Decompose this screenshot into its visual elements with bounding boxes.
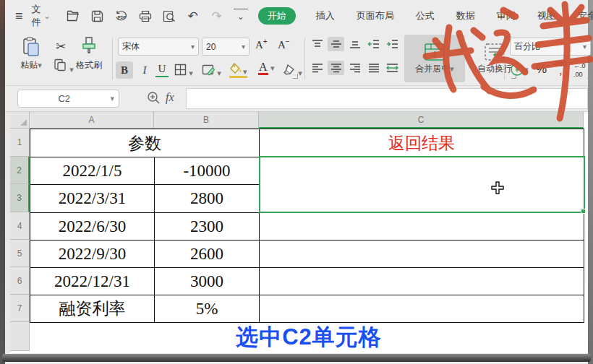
copy-button[interactable]: ▾ [53, 58, 74, 74]
print-preview-icon[interactable] [162, 9, 176, 23]
col-header-b[interactable]: B [154, 112, 259, 129]
justify-button[interactable] [365, 61, 382, 75]
tab-insert[interactable]: 插入 [315, 7, 336, 25]
cell-a2[interactable]: 2022/1/5 [30, 157, 155, 185]
formula-input[interactable] [186, 88, 588, 109]
row-header-6[interactable]: 6 [10, 267, 30, 295]
name-box[interactable]: C2 ▾ [17, 90, 119, 108]
font-name-select[interactable]: 宋体 ▾ [118, 38, 199, 56]
number-format-value: 百分比 [514, 40, 540, 53]
increase-font-button[interactable]: A+ [255, 38, 268, 51]
format-painter-button[interactable]: 格式刷 [72, 36, 106, 72]
select-all-corner[interactable] [10, 112, 30, 129]
paste-button[interactable]: 粘贴▾ [14, 36, 48, 72]
align-middle-button[interactable] [328, 37, 344, 51]
format-painter-label: 格式刷 [76, 59, 102, 72]
row-header-2[interactable]: 2 [10, 157, 30, 184]
fill-handle[interactable] [581, 209, 586, 214]
customize-toolbar-icon[interactable]: ⌄ [234, 9, 248, 23]
align-bottom-button[interactable] [346, 37, 363, 51]
dropdown-icon: ▾ [191, 43, 195, 51]
currency-format-button[interactable]: ¥ ▾ [510, 62, 529, 77]
hamburger-icon[interactable]: ≡ [15, 9, 23, 24]
row-header-7[interactable]: 7 [10, 295, 30, 322]
underline-button[interactable]: U [155, 61, 168, 77]
tab-security[interactable]: 安全 [576, 7, 593, 25]
cell-a5[interactable]: 2022/9/30 [30, 240, 155, 268]
align-top-button[interactable] [309, 37, 325, 51]
distribute-button[interactable] [384, 61, 401, 75]
thousands-format-button[interactable]: 000 , [555, 61, 567, 75]
cell-a6[interactable]: 2022/12/31 [30, 267, 155, 295]
percent-format-button[interactable]: % [536, 62, 547, 77]
fill-color-button[interactable]: ▾ [229, 62, 247, 78]
caption-text: 选中C2单元格 [106, 322, 511, 352]
cell-c5[interactable] [259, 240, 584, 268]
cell-c1[interactable]: 返回结果 [259, 129, 584, 157]
tab-page-layout[interactable]: 页面布局 [355, 7, 396, 25]
cell-c6[interactable] [259, 267, 584, 295]
tab-data[interactable]: 数据 [455, 7, 477, 25]
cell-a4[interactable]: 2022/6/30 [30, 212, 155, 240]
cell-c4[interactable] [259, 212, 584, 240]
file-menu[interactable]: 文件 ⌄ [27, 0, 55, 32]
dropdown-icon: ▾ [583, 43, 586, 51]
row-header-8[interactable] [10, 322, 30, 351]
decrease-indent-button[interactable] [365, 37, 382, 51]
font-color-button[interactable]: A ▾ [258, 61, 274, 75]
zoom-formula-icon[interactable] [147, 91, 161, 108]
tab-formulas[interactable]: 公式 [414, 7, 436, 25]
print-icon[interactable] [138, 9, 153, 23]
cell-b6[interactable]: 3000 [154, 267, 260, 295]
align-left-button[interactable] [309, 61, 325, 75]
bold-button[interactable]: B [116, 61, 133, 79]
merge-center-icon [424, 43, 445, 61]
cell-b3[interactable]: 2800 [154, 184, 260, 213]
cell-a1-b1-merged[interactable]: 参数 [30, 129, 260, 157]
cell-c7[interactable] [259, 295, 584, 323]
cell-a7[interactable]: 融资利率 [30, 295, 155, 323]
quick-access-toolbar: PDF ↶ ↷ ⌄ [67, 9, 248, 23]
export-pdf-icon[interactable]: PDF [114, 9, 129, 23]
toolbar-divider [112, 38, 113, 79]
cell-a3[interactable]: 2022/3/31 [30, 184, 155, 213]
row-header-5[interactable]: 5 [10, 240, 30, 267]
row-header-3[interactable]: 3 [10, 184, 30, 212]
number-format-select[interactable]: 百分比 ▾ [510, 38, 591, 56]
dropdown-icon: ▾ [189, 69, 193, 77]
dropdown-icon: ▾ [243, 67, 247, 76]
tab-review[interactable]: 审阅 [495, 7, 517, 25]
paste-icon [20, 36, 42, 58]
svg-text:¥: ¥ [514, 65, 520, 74]
italic-button[interactable]: I [137, 61, 152, 79]
cell-b4[interactable]: 2300 [154, 212, 260, 240]
borders-button[interactable]: ▾ [174, 64, 193, 78]
cell-b7[interactable]: 5% [154, 295, 260, 323]
col-header-a[interactable]: A [30, 112, 154, 129]
merge-center-button[interactable]: 合并居中▾ [404, 35, 465, 82]
tab-home[interactable]: 开始 [258, 7, 296, 25]
save-icon[interactable] [90, 9, 105, 23]
cut-icon[interactable]: ✂ [56, 39, 66, 54]
tab-view[interactable]: 视图 [536, 7, 558, 25]
font-dialog-launcher[interactable] [293, 74, 298, 79]
row-header-4[interactable]: 4 [10, 212, 30, 240]
chevron-down-icon: ⌄ [44, 12, 51, 21]
fx-icon[interactable]: fx [166, 91, 174, 104]
cell-shading-button[interactable]: ▾ [202, 64, 221, 78]
cell-b5[interactable]: 2600 [154, 240, 260, 268]
left-gutter [5, 112, 10, 353]
increase-indent-button[interactable] [384, 37, 401, 51]
align-center-button[interactable] [328, 61, 344, 75]
number-dialog-launcher[interactable] [587, 74, 592, 79]
cell-b2[interactable]: -10000 [154, 157, 260, 185]
redo-icon[interactable]: ↷ [210, 9, 224, 23]
decrease-font-button[interactable]: A− [278, 38, 290, 51]
align-right-button[interactable] [346, 61, 363, 75]
row-header-1[interactable]: 1 [10, 129, 30, 157]
selection-c2-c3[interactable] [259, 156, 585, 213]
open-folder-icon[interactable] [67, 9, 81, 23]
undo-icon[interactable]: ↶ [186, 9, 200, 23]
font-size-select[interactable]: 20 ▾ [202, 38, 249, 56]
col-header-c[interactable]: C [259, 112, 584, 129]
